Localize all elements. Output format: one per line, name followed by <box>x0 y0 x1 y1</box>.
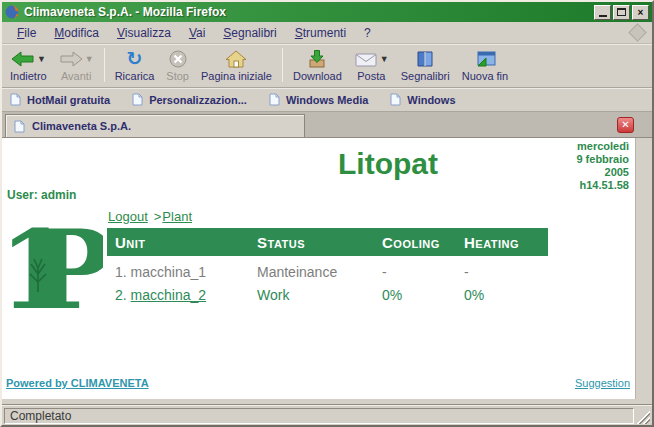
date-text: 9 febbraio <box>576 153 629 166</box>
weekday-text: mercoledì <box>576 140 629 153</box>
cooling-cell: - <box>382 264 464 280</box>
logout-link[interactable]: Logout <box>108 209 148 224</box>
back-dropdown-icon[interactable]: ▼ <box>37 48 46 70</box>
header-heating: Heating <box>464 234 548 251</box>
reload-label: Ricarica <box>115 70 155 82</box>
suggestion-link[interactable]: Suggestion <box>575 377 630 389</box>
bookmark-hotmail[interactable]: HotMail gratuita <box>10 93 110 106</box>
back-button[interactable]: ▼ Indietro <box>4 45 53 85</box>
bookmark-label: Windows <box>407 94 455 106</box>
title-bar: Climaveneta S.p.A. - Mozilla Firefox × <box>2 2 652 22</box>
reload-icon: ↻ <box>127 49 143 69</box>
time-text: h14.51.58 <box>576 179 629 192</box>
forward-label: Avanti <box>61 70 91 82</box>
close-button[interactable]: × <box>632 5 649 20</box>
home-icon <box>224 49 248 69</box>
minimize-button[interactable] <box>594 5 611 20</box>
menu-strumenti[interactable]: Strumenti <box>286 24 355 42</box>
unit-link[interactable]: macchina_2 <box>131 287 207 303</box>
download-label: Download <box>293 70 342 82</box>
mail-icon <box>354 49 378 69</box>
stop-button[interactable]: Stop <box>160 45 195 85</box>
tab-climaveneta[interactable]: Climaveneta S.p.A. <box>5 114 305 137</box>
tab-bar: Climaveneta S.p.A. ✕ <box>2 112 652 138</box>
menu-modifica[interactable]: Modifica <box>45 24 108 42</box>
breadcrumb-separator: > <box>154 209 162 224</box>
heating-cell: - <box>464 264 548 280</box>
page-icon <box>14 120 25 133</box>
new-window-label: Nuova fin <box>462 70 508 82</box>
status-text: Completato <box>4 408 634 424</box>
year-text: 2005 <box>576 166 629 179</box>
close-tab-button[interactable]: ✕ <box>617 117 634 133</box>
download-icon <box>305 49 329 69</box>
download-button[interactable]: Download <box>287 45 348 85</box>
user-label: User: admin <box>7 188 76 202</box>
page-icon <box>10 93 21 106</box>
unit-name: macchina_1 <box>131 264 207 280</box>
table-header: Unit Status Cooling Heating <box>107 228 548 256</box>
forward-dropdown-icon[interactable]: ▼ <box>85 48 94 70</box>
forward-button[interactable]: ▼ Avanti <box>53 45 100 85</box>
resize-grip-icon[interactable] <box>636 408 650 424</box>
header-cooling: Cooling <box>382 234 464 251</box>
stop-icon <box>168 49 188 69</box>
new-window-button[interactable]: Nuova fin <box>456 45 514 85</box>
bookmarks-label: Segnalibri <box>401 70 450 82</box>
back-arrow-icon <box>11 49 35 69</box>
unit-number: 2. <box>115 287 127 303</box>
status-cell: Manteinance <box>257 264 382 280</box>
powered-by-link[interactable]: Powered by CLIMAVENETA <box>6 377 149 389</box>
page-icon <box>390 93 401 106</box>
menu-visualizza[interactable]: Visualizza <box>108 24 180 42</box>
mail-label: Posta <box>357 70 385 82</box>
svg-text:P: P <box>31 207 103 324</box>
toolbar-separator <box>282 48 283 82</box>
new-window-icon <box>473 49 497 69</box>
cooling-cell: 0% <box>382 287 464 303</box>
bookmark-windows[interactable]: Windows <box>390 93 455 106</box>
bookmark-label: Personalizzazion... <box>149 94 247 106</box>
page-icon <box>269 93 280 106</box>
menu-vai[interactable]: Vai <box>180 24 214 42</box>
web-page: mercoledì 9 febbraio 2005 h14.51.58 Lito… <box>2 138 636 399</box>
bookmark-windows-media[interactable]: Windows Media <box>269 93 368 106</box>
back-label: Indietro <box>10 70 47 82</box>
plant-link[interactable]: Plant <box>162 209 192 224</box>
home-button[interactable]: Pagina iniziale <box>195 45 278 85</box>
toolbar-separator <box>104 48 105 82</box>
content-area: mercoledì 9 febbraio 2005 h14.51.58 Lito… <box>2 138 652 405</box>
bookmark-label: Windows Media <box>286 94 368 106</box>
header-unit: Unit <box>115 234 257 251</box>
mail-button[interactable]: ▼ Posta <box>348 45 395 85</box>
table-row: 1. macchina_1 Manteinance - - <box>107 260 548 283</box>
litopat-logo: 1 P <box>5 204 103 324</box>
bookmarks-icon <box>413 49 437 69</box>
heating-cell: 0% <box>464 287 548 303</box>
units-table: Unit Status Cooling Heating 1. macchina_… <box>107 228 548 306</box>
stop-label: Stop <box>166 70 189 82</box>
datetime-block: mercoledì 9 febbraio 2005 h14.51.58 <box>576 140 629 192</box>
menu-segnalibri[interactable]: Segnalibri <box>214 24 285 42</box>
throbber-icon <box>628 23 646 41</box>
maximize-icon <box>617 8 626 16</box>
reload-button[interactable]: ↻ Ricarica <box>109 45 161 85</box>
browser-window: Climaveneta S.p.A. - Mozilla Firefox × F… <box>0 0 654 427</box>
unit-cell: 2. macchina_2 <box>115 287 257 303</box>
breadcrumb: Logout>Plant <box>108 209 192 224</box>
menu-help[interactable]: ? <box>355 24 380 42</box>
mail-dropdown-icon[interactable]: ▼ <box>380 48 389 70</box>
table-row: 2. macchina_2 Work 0% 0% <box>107 283 548 306</box>
firefox-icon <box>5 5 19 19</box>
status-cell: Work <box>257 287 382 303</box>
maximize-button[interactable] <box>613 5 630 20</box>
header-status: Status <box>257 234 382 251</box>
bookmarks-button[interactable]: Segnalibri <box>395 45 456 85</box>
menu-file[interactable]: File <box>8 24 45 42</box>
forward-arrow-icon <box>59 49 83 69</box>
home-label: Pagina iniziale <box>201 70 272 82</box>
status-bar: Completato <box>2 405 652 425</box>
page-title: Litopat <box>338 147 438 181</box>
unit-cell: 1. macchina_1 <box>115 264 257 280</box>
bookmark-personalizzazione[interactable]: Personalizzazion... <box>132 93 247 106</box>
